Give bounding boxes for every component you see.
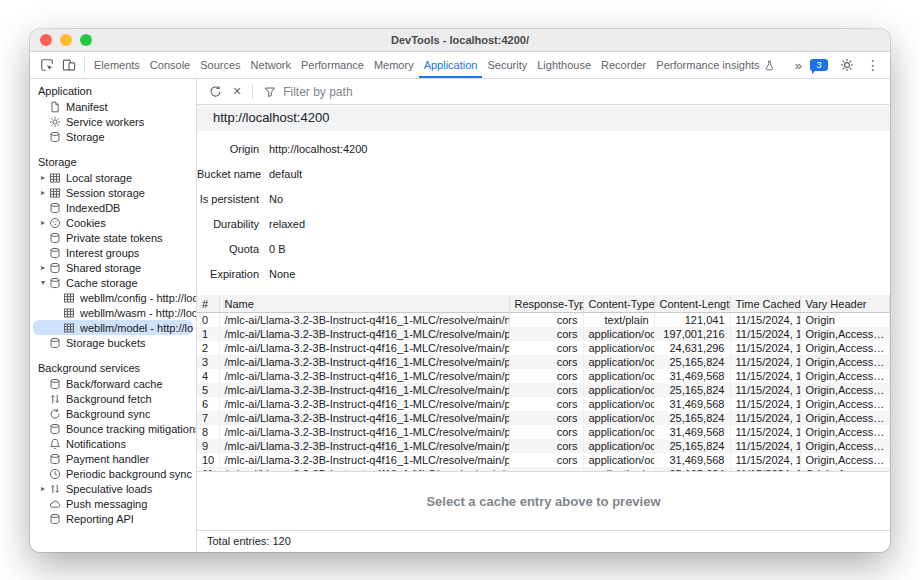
- settings-gear-icon[interactable]: [836, 54, 858, 76]
- column-header-content-length[interactable]: Content-Length: [654, 295, 730, 313]
- table-row[interactable]: 9/mlc-ai/Llama-3.2-3B-Instruct-q4f16_1-M…: [197, 439, 890, 453]
- sidebar-item-storage[interactable]: Storage: [30, 129, 196, 144]
- sidebar-item-local-storage[interactable]: ▸Local storage: [30, 170, 196, 185]
- total-entries: Total entries: 120: [207, 535, 291, 547]
- sidebar-item-cache-storage[interactable]: ▾Cache storage: [30, 275, 196, 290]
- expander-collapsed-icon[interactable]: ▸: [38, 218, 48, 227]
- sidebar-item-storage-buckets[interactable]: Storage buckets: [30, 335, 196, 350]
- more-tabs-button[interactable]: »: [795, 58, 802, 73]
- expander-collapsed-icon[interactable]: ▸: [38, 484, 48, 493]
- expander-collapsed-icon[interactable]: ▸: [38, 263, 48, 272]
- expander-expanded-icon[interactable]: ▾: [38, 278, 48, 287]
- cell-content_type: application/oc…: [583, 383, 654, 397]
- kebab-menu-icon[interactable]: ⋮: [866, 58, 880, 72]
- sidebar-item-bounce-tracking-mitigations[interactable]: Bounce tracking mitigations: [30, 421, 196, 436]
- table-row[interactable]: 6/mlc-ai/Llama-3.2-3B-Instruct-q4f16_1-M…: [197, 397, 890, 411]
- sidebar-item-label: webllm/config - http://loc…: [80, 292, 196, 304]
- sidebar-item-interest-groups[interactable]: Interest groups: [30, 245, 196, 260]
- column-header-name[interactable]: Name: [219, 295, 509, 313]
- sidebar-item-label: Session storage: [66, 187, 145, 199]
- sidebar-item-manifest[interactable]: Manifest: [30, 99, 196, 114]
- cell-vary: Origin,Access…: [800, 411, 890, 425]
- sidebar-item-background-fetch[interactable]: Background fetch: [30, 391, 196, 406]
- cell-num: 6: [197, 397, 219, 411]
- table-icon: [49, 187, 61, 199]
- issues-badge[interactable]: 3: [810, 59, 828, 71]
- device-toolbar-icon[interactable]: [58, 54, 80, 76]
- cell-content_type: application/oc…: [583, 397, 654, 411]
- cell-name: /mlc-ai/Llama-3.2-3B-Instruct-q4f16_1-ML…: [219, 341, 509, 355]
- sidebar-item-label: Cache storage: [66, 277, 138, 289]
- refresh-button[interactable]: [204, 81, 226, 103]
- sidebar-item-label: webllm/wasm - http://loca…: [80, 307, 196, 319]
- sidebar-item-webllm-model-http-loc[interactable]: webllm/model - http://loc…: [33, 320, 193, 335]
- filter-funnel-icon: [264, 86, 276, 98]
- sidebar-item-payment-handler[interactable]: Payment handler: [30, 451, 196, 466]
- sidebar-item-indexeddb[interactable]: IndexedDB: [30, 200, 196, 215]
- minimize-window-button[interactable]: [60, 34, 72, 46]
- expander-collapsed-icon[interactable]: ▸: [38, 173, 48, 182]
- column-header-time-cached[interactable]: Time Cached: [730, 295, 800, 313]
- table-row[interactable]: 4/mlc-ai/Llama-3.2-3B-Instruct-q4f16_1-M…: [197, 369, 890, 383]
- cell-name: /mlc-ai/Llama-3.2-3B-Instruct-q4f16_1-ML…: [219, 439, 509, 453]
- close-window-button[interactable]: [40, 34, 52, 46]
- sidebar-item-push-messaging[interactable]: Push messaging: [30, 496, 196, 511]
- sidebar-item-reporting-api[interactable]: Reporting API: [30, 511, 196, 526]
- tab-recorder[interactable]: Recorder: [596, 52, 651, 78]
- sidebar-item-cookies[interactable]: ▸Cookies: [30, 215, 196, 230]
- sidebar-item-speculative-loads[interactable]: ▸Speculative loads: [30, 481, 196, 496]
- cell-content_length: 31,469,568: [654, 369, 730, 383]
- cell-response_type: cors: [509, 425, 583, 439]
- table-row[interactable]: 1/mlc-ai/Llama-3.2-3B-Instruct-q4f16_1-M…: [197, 327, 890, 341]
- table-row[interactable]: 5/mlc-ai/Llama-3.2-3B-Instruct-q4f16_1-M…: [197, 383, 890, 397]
- tab-memory[interactable]: Memory: [369, 52, 419, 78]
- sidebar-item-notifications[interactable]: Notifications: [30, 436, 196, 451]
- table-row[interactable]: 0/mlc-ai/Llama-3.2-3B-Instruct-q4f16_1-M…: [197, 313, 890, 328]
- sidebar-item-periodic-background-sync[interactable]: Periodic background sync: [30, 466, 196, 481]
- sidebar-item-webllm-config-http-loc[interactable]: webllm/config - http://loc…: [30, 290, 196, 305]
- sidebar-item-private-state-tokens[interactable]: Private state tokens: [30, 230, 196, 245]
- delete-selected-button[interactable]: ×: [233, 85, 241, 98]
- tab-performance-insights[interactable]: Performance insights: [651, 52, 784, 78]
- tab-network[interactable]: Network: [246, 52, 296, 78]
- database-icon: [49, 262, 61, 274]
- column-header-content-type[interactable]: Content-Type: [583, 295, 654, 313]
- cell-content_length: 25,165,824: [654, 355, 730, 369]
- sidebar-item-shared-storage[interactable]: ▸Shared storage: [30, 260, 196, 275]
- sidebar-item-background-sync[interactable]: Background sync: [30, 406, 196, 421]
- maximize-window-button[interactable]: [80, 34, 92, 46]
- column-header-response-type[interactable]: Response-Type: [509, 295, 583, 313]
- table-row[interactable]: 10/mlc-ai/Llama-3.2-3B-Instruct-q4f16_1-…: [197, 453, 890, 467]
- table-row[interactable]: 3/mlc-ai/Llama-3.2-3B-Instruct-q4f16_1-M…: [197, 355, 890, 369]
- cell-num: 2: [197, 341, 219, 355]
- column-header-[interactable]: #: [197, 295, 219, 313]
- expander-collapsed-icon[interactable]: ▸: [38, 188, 48, 197]
- cell-response_type: cors: [509, 397, 583, 411]
- inspect-element-icon[interactable]: [36, 54, 58, 76]
- sidebar-item-session-storage[interactable]: ▸Session storage: [30, 185, 196, 200]
- cell-time_cached: 11/15/2024, 10…: [730, 383, 800, 397]
- filter-input[interactable]: [281, 84, 425, 100]
- tab-application[interactable]: Application: [419, 52, 483, 78]
- table-row[interactable]: 8/mlc-ai/Llama-3.2-3B-Instruct-q4f16_1-M…: [197, 425, 890, 439]
- sidebar-item-label: Shared storage: [66, 262, 141, 274]
- tab-console[interactable]: Console: [145, 52, 195, 78]
- table-row[interactable]: 2/mlc-ai/Llama-3.2-3B-Instruct-q4f16_1-M…: [197, 341, 890, 355]
- sidebar-item-webllm-wasm-http-loca[interactable]: webllm/wasm - http://loca…: [30, 305, 196, 320]
- cell-time_cached: 11/15/2024, 10…: [730, 425, 800, 439]
- sidebar-section-title: Application: [30, 83, 196, 99]
- table-row[interactable]: 7/mlc-ai/Llama-3.2-3B-Instruct-q4f16_1-M…: [197, 411, 890, 425]
- cell-name: /mlc-ai/Llama-3.2-3B-Instruct-q4f16_1-ML…: [219, 453, 509, 467]
- tab-security[interactable]: Security: [482, 52, 532, 78]
- cell-vary: Origin,Access…: [800, 397, 890, 411]
- tab-sources[interactable]: Sources: [195, 52, 245, 78]
- sidebar-item-service-workers[interactable]: Service workers: [30, 114, 196, 129]
- column-header-vary-header[interactable]: Vary Header: [800, 295, 890, 313]
- database-icon: [49, 277, 61, 289]
- tab-elements[interactable]: Elements: [89, 52, 145, 78]
- tab-lighthouse[interactable]: Lighthouse: [532, 52, 596, 78]
- tab-performance[interactable]: Performance: [296, 52, 369, 78]
- sidebar-item-back-forward-cache[interactable]: Back/forward cache: [30, 376, 196, 391]
- sidebar-item-label: Private state tokens: [66, 232, 163, 244]
- cell-content_type: application/oc…: [583, 369, 654, 383]
